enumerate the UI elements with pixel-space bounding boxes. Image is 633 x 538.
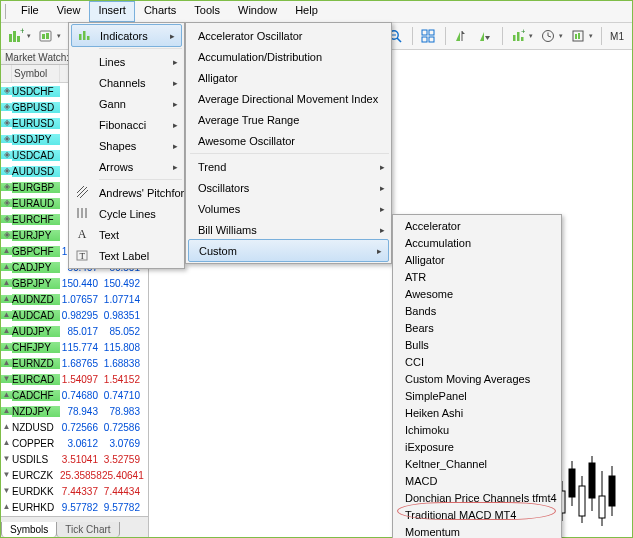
market-row[interactable]: ▼USDILS3.510413.52759	[1, 451, 148, 467]
toolbar-tile-windows-button[interactable]	[417, 25, 439, 47]
menu-fibonacci[interactable]: Fibonacci▸	[69, 114, 184, 135]
toolbar-auto-scroll-button[interactable]	[474, 25, 496, 47]
menu-text[interactable]: A Text	[69, 224, 184, 245]
menu-tools[interactable]: Tools	[185, 1, 229, 22]
market-row[interactable]: ▲AUDCAD0.982950.98351	[1, 307, 148, 323]
tab-symbols[interactable]: Symbols	[1, 522, 57, 537]
menu-lines[interactable]: Lines▸	[69, 51, 184, 72]
toolbar-profiles-dropdown[interactable]: ▾	[57, 32, 61, 40]
toolbar-profiles-button[interactable]	[35, 25, 57, 47]
custom-indicator-item[interactable]: Accumulation	[393, 234, 561, 251]
menu-trend[interactable]: Trend▸	[186, 156, 391, 177]
menu-arrows[interactable]: Arrows▸	[69, 156, 184, 177]
market-row[interactable]: ▲NZDUSD0.725660.72586	[1, 419, 148, 435]
menu-shapes-label: Shapes	[95, 140, 168, 152]
toolbar-periods-button[interactable]	[537, 25, 559, 47]
menu-accelerator-oscillator[interactable]: Accelerator Oscillator	[186, 25, 391, 46]
custom-indicator-item[interactable]: MACD	[393, 472, 561, 489]
tab-tick-chart[interactable]: Tick Chart	[56, 522, 119, 537]
toolbar-periods-dropdown[interactable]: ▾	[559, 32, 563, 40]
menu-andrews-label: Andrews' Pitchfork	[95, 187, 190, 199]
direction-arrow-icon: ▲	[1, 359, 12, 367]
menu-adx[interactable]: Average Directional Movement Index	[186, 88, 391, 109]
toolbar-templates-button[interactable]	[567, 25, 589, 47]
menu-shapes[interactable]: Shapes▸	[69, 135, 184, 156]
menu-view[interactable]: View	[48, 1, 90, 22]
custom-indicator-item[interactable]: Awesome	[393, 285, 561, 302]
market-row[interactable]: ▲GBPJPY150.440150.492	[1, 275, 148, 291]
custom-indicator-item[interactable]: Bands	[393, 302, 561, 319]
custom-indicator-item[interactable]: Bears	[393, 319, 561, 336]
symbol-cell: EURNZD	[12, 358, 60, 369]
direction-arrow-icon: ▼	[1, 487, 12, 495]
menu-help[interactable]: Help	[286, 1, 327, 22]
menu-bill-williams[interactable]: Bill Williams▸	[186, 219, 391, 240]
market-row[interactable]: ▼EURCZK25.3585825.40641	[1, 467, 148, 483]
custom-indicator-item[interactable]: Traditional MACD MT4	[393, 506, 561, 523]
menu-file[interactable]: File	[12, 1, 48, 22]
custom-indicator-item[interactable]: Donchian Price Channels tfmt4	[393, 489, 561, 506]
custom-indicator-item[interactable]: Heiken Ashi	[393, 404, 561, 421]
custom-indicator-item[interactable]: Momentum	[393, 523, 561, 538]
toolbar-indicators-dropdown[interactable]: ▾	[529, 32, 533, 40]
submenu-arrow-icon: ▸	[377, 246, 382, 256]
svg-rect-6	[46, 33, 49, 39]
toolbar-indicators-button[interactable]: +	[507, 25, 529, 47]
menu-andrews-pitchfork[interactable]: Andrews' Pitchfork	[69, 182, 184, 203]
menu-alligator[interactable]: Alligator	[186, 67, 391, 88]
market-row[interactable]: ▲CHFJPY115.774115.808	[1, 339, 148, 355]
custom-indicator-label: Donchian Price Channels tfmt4	[401, 492, 557, 504]
toolbar-new-chart-dropdown[interactable]: ▾	[27, 32, 31, 40]
menu-text-label[interactable]: T Text Label	[69, 245, 184, 266]
market-row[interactable]: ▲EURNZD1.687651.68838	[1, 355, 148, 371]
market-row[interactable]: ▲CADCHF0.746800.74710	[1, 387, 148, 403]
menu-volumes[interactable]: Volumes▸	[186, 198, 391, 219]
custom-indicator-item[interactable]: ATR	[393, 268, 561, 285]
toolbar-templates-dropdown[interactable]: ▾	[589, 32, 593, 40]
menu-accumulation-distribution[interactable]: Accumulation/Distribution	[186, 46, 391, 67]
menu-insert[interactable]: Insert	[89, 1, 135, 22]
custom-indicator-item[interactable]: CCI	[393, 353, 561, 370]
bid-cell: 1.07657	[60, 294, 102, 305]
toolbar-shift-end-button[interactable]	[450, 25, 472, 47]
menu-window[interactable]: Window	[229, 1, 286, 22]
submenu-arrow-icon: ▸	[380, 183, 385, 193]
custom-indicator-item[interactable]: iExposure	[393, 438, 561, 455]
toolbar-period-m1[interactable]: M1	[606, 31, 628, 42]
bid-cell: 115.774	[60, 342, 102, 353]
col-symbol[interactable]: Symbol	[12, 65, 60, 82]
menu-channels[interactable]: Channels▸	[69, 72, 184, 93]
market-row[interactable]: ▼EURDKK7.443377.44434	[1, 483, 148, 499]
symbol-cell: USDCHF	[12, 86, 60, 97]
menu-oscillators[interactable]: Oscillators▸	[186, 177, 391, 198]
custom-indicator-item[interactable]: Bulls	[393, 336, 561, 353]
custom-indicator-item[interactable]: Keltner_Channel	[393, 455, 561, 472]
svg-rect-14	[422, 30, 427, 35]
custom-indicator-item[interactable]: Custom Moving Averages	[393, 370, 561, 387]
menu-charts[interactable]: Charts	[135, 1, 185, 22]
market-row[interactable]: ▲NZDJPY78.94378.983	[1, 403, 148, 419]
menu-indicators[interactable]: Indicators ▸	[71, 24, 182, 47]
direction-arrow-icon: ▲	[1, 391, 12, 399]
symbol-cell: NZDUSD	[12, 422, 60, 433]
menu-cycle-lines[interactable]: Cycle Lines	[69, 203, 184, 224]
candlestick-chart-icon	[554, 451, 624, 531]
submenu-arrow-icon: ▸	[173, 57, 178, 67]
market-row[interactable]: ▲COPPER3.06123.0769	[1, 435, 148, 451]
menu-atr[interactable]: Average True Range	[186, 109, 391, 130]
ask-cell: 1.07714	[102, 294, 144, 305]
market-row[interactable]: ▼EURCAD1.540971.54152	[1, 371, 148, 387]
menu-custom[interactable]: Custom▸	[188, 239, 389, 262]
submenu-arrow-icon: ▸	[170, 31, 175, 41]
market-row[interactable]: ▲AUDNZD1.076571.07714	[1, 291, 148, 307]
toolbar-new-chart-button[interactable]: +	[5, 25, 27, 47]
custom-indicator-item[interactable]: SimplePanel	[393, 387, 561, 404]
market-row[interactable]: ▲AUDJPY85.01785.052	[1, 323, 148, 339]
menu-gann[interactable]: Gann▸	[69, 93, 184, 114]
custom-indicator-item[interactable]: Ichimoku	[393, 421, 561, 438]
custom-indicator-item[interactable]: Alligator	[393, 251, 561, 268]
menu-awesome-oscillator[interactable]: Awesome Oscillator	[186, 130, 391, 151]
market-row[interactable]: ▲EURHKD9.577829.57782	[1, 499, 148, 515]
menu-textlabel-label: Text Label	[95, 250, 168, 262]
custom-indicator-item[interactable]: Accelerator	[393, 217, 561, 234]
